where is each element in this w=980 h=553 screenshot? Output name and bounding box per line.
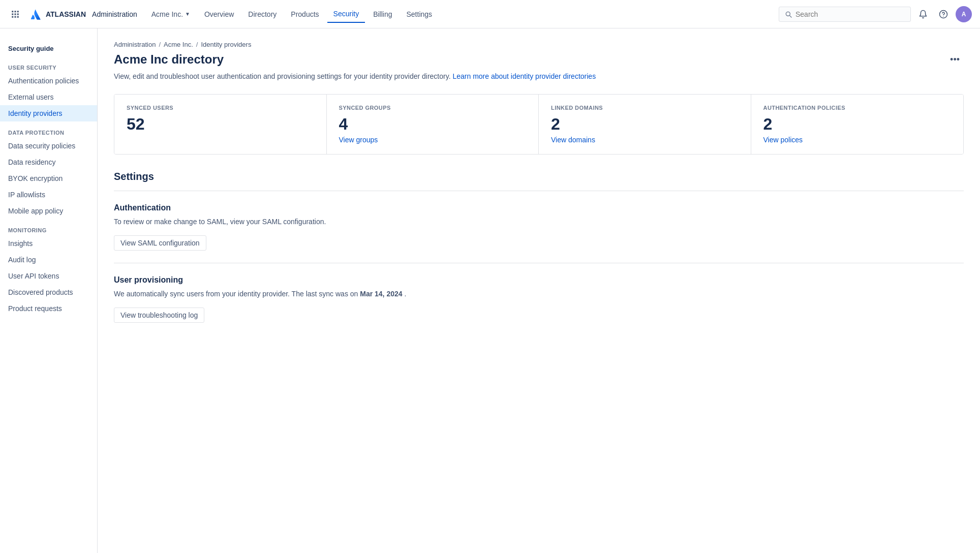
sidebar-item-data-security-policies[interactable]: Data security policies	[0, 138, 97, 154]
nav-overview[interactable]: Overview	[198, 6, 240, 22]
view-saml-config-button[interactable]: View SAML configuration	[114, 235, 206, 251]
atlassian-logo[interactable]: ATLASSIAN	[28, 7, 86, 21]
breadcrumb-acme-inc[interactable]: Acme Inc.	[164, 41, 193, 48]
sidebar-section-label-user-security: USER SECURITY	[0, 56, 97, 73]
breadcrumb-administration[interactable]: Administration	[114, 41, 156, 48]
stat-card-auth-policies: AUTHENTICATION POLICIES 2 View polices	[751, 95, 964, 154]
bell-icon	[918, 10, 928, 19]
help-icon	[939, 10, 948, 19]
stat-card-synced-groups: SYNCED GROUPS 4 View groups	[327, 95, 539, 154]
grid-icon[interactable]	[8, 7, 22, 21]
breadcrumb: Administration / Acme Inc. / Identity pr…	[114, 41, 964, 48]
nav-billing[interactable]: Billing	[367, 6, 398, 22]
breadcrumb-current: Identity providers	[201, 41, 251, 48]
view-polices-link[interactable]: View polices	[763, 136, 803, 144]
sidebar-section-monitoring: MONITORING Insights Audit log User API t…	[0, 219, 97, 317]
org-selector[interactable]: Acme Inc. ▼	[145, 6, 196, 22]
chevron-down-icon: ▼	[185, 11, 190, 17]
stat-card-linked-domains: LINKED DOMAINS 2 View domains	[539, 95, 751, 154]
help-button[interactable]	[935, 6, 952, 22]
stat-label-synced-users: SYNCED USERS	[127, 105, 314, 111]
search-box[interactable]	[779, 7, 911, 22]
sidebar-section-data-protection: DATA PROTECTION Data security policies D…	[0, 121, 97, 219]
avatar-initials: A	[962, 11, 966, 18]
view-groups-link[interactable]: View groups	[339, 136, 378, 144]
nav-security[interactable]: Security	[327, 6, 365, 23]
stat-value-auth-policies: 2	[763, 115, 952, 134]
app-name: Administration	[92, 10, 137, 18]
svg-rect-2	[17, 11, 19, 12]
sidebar-title[interactable]: Security guide	[0, 37, 97, 56]
stats-row: SYNCED USERS 52 SYNCED GROUPS 4 View gro…	[114, 94, 964, 155]
svg-rect-4	[15, 13, 16, 15]
svg-rect-6	[12, 16, 13, 17]
nav-settings[interactable]: Settings	[401, 6, 439, 22]
sidebar-item-byok-encryption[interactable]: BYOK encryption	[0, 170, 97, 187]
search-input[interactable]	[795, 10, 905, 18]
svg-rect-1	[15, 11, 16, 12]
more-options-button[interactable]: •••	[946, 52, 964, 67]
learn-more-link[interactable]: Learn more about identity provider direc…	[452, 72, 596, 80]
sidebar-section-label-monitoring: MONITORING	[0, 219, 97, 235]
last-sync-date: Mar 14, 2024	[360, 290, 402, 298]
stat-label-auth-policies: AUTHENTICATION POLICIES	[763, 105, 952, 111]
sidebar-item-discovered-products[interactable]: Discovered products	[0, 284, 97, 300]
stat-label-linked-domains: LINKED DOMAINS	[551, 105, 739, 111]
stat-label-synced-groups: SYNCED GROUPS	[339, 105, 527, 111]
org-name: Acme Inc.	[151, 10, 183, 18]
settings-title: Settings	[114, 171, 964, 182]
user-provisioning-section-desc: We automatically sync users from your id…	[114, 289, 964, 299]
breadcrumb-sep-1: /	[159, 41, 161, 48]
stat-value-linked-domains: 2	[551, 115, 739, 134]
sidebar-item-data-residency[interactable]: Data residency	[0, 154, 97, 170]
svg-rect-0	[12, 11, 13, 12]
top-nav-links: Acme Inc. ▼ Overview Directory Products …	[145, 6, 438, 23]
svg-rect-7	[15, 16, 16, 17]
atlassian-brand-text: ATLASSIAN	[46, 10, 86, 18]
avatar[interactable]: A	[956, 6, 972, 22]
main-layout: Security guide USER SECURITY Authenticat…	[0, 28, 980, 553]
nav-products[interactable]: Products	[285, 6, 325, 22]
user-provisioning-section: User provisioning We automatically sync …	[114, 263, 964, 335]
view-troubleshooting-log-button[interactable]: View troubleshooting log	[114, 308, 204, 323]
sidebar-item-ip-allowlists[interactable]: IP allowlists	[0, 187, 97, 203]
top-navigation: ATLASSIAN Administration Acme Inc. ▼ Ove…	[0, 0, 980, 28]
provision-desc-suffix: .	[404, 290, 406, 298]
main-content: Administration / Acme Inc. / Identity pr…	[98, 28, 980, 553]
provision-desc-prefix: We automatically sync users from your id…	[114, 290, 358, 298]
topnav-right: A	[779, 6, 972, 22]
page-header: Acme Inc directory •••	[114, 52, 964, 67]
authentication-section-title: Authentication	[114, 203, 964, 212]
page-description: View, edit and troubleshoot user authent…	[114, 71, 964, 82]
sidebar-item-authentication-policies[interactable]: Authentication policies	[0, 73, 97, 89]
stat-card-synced-users: SYNCED USERS 52	[114, 95, 327, 154]
page-title: Acme Inc directory	[114, 52, 224, 67]
sidebar-item-identity-providers[interactable]: Identity providers	[0, 105, 97, 121]
sidebar-section-label-data-protection: DATA PROTECTION	[0, 121, 97, 138]
search-icon	[784, 10, 792, 18]
sidebar-item-external-users[interactable]: External users	[0, 89, 97, 105]
svg-rect-8	[17, 16, 19, 17]
stat-value-synced-users: 52	[127, 115, 314, 134]
view-domains-link[interactable]: View domains	[551, 136, 595, 144]
stat-value-synced-groups: 4	[339, 115, 527, 134]
sidebar-section-user-security: USER SECURITY Authentication policies Ex…	[0, 56, 97, 121]
sidebar-item-mobile-app-policy[interactable]: Mobile app policy	[0, 203, 97, 219]
page-description-text: View, edit and troubleshoot user authent…	[114, 72, 451, 80]
sidebar-item-product-requests[interactable]: Product requests	[0, 300, 97, 317]
nav-directory[interactable]: Directory	[242, 6, 283, 22]
sidebar: Security guide USER SECURITY Authenticat…	[0, 28, 98, 553]
sidebar-item-insights[interactable]: Insights	[0, 235, 97, 252]
sidebar-item-user-api-tokens[interactable]: User API tokens	[0, 268, 97, 284]
notifications-button[interactable]	[915, 6, 931, 22]
svg-rect-5	[17, 13, 19, 15]
breadcrumb-sep-2: /	[196, 41, 198, 48]
sidebar-item-audit-log[interactable]: Audit log	[0, 252, 97, 268]
authentication-section-desc: To review or make change to SAML, view y…	[114, 217, 964, 227]
user-provisioning-section-title: User provisioning	[114, 275, 964, 285]
svg-rect-3	[12, 13, 13, 15]
authentication-section: Authentication To review or make change …	[114, 191, 964, 263]
